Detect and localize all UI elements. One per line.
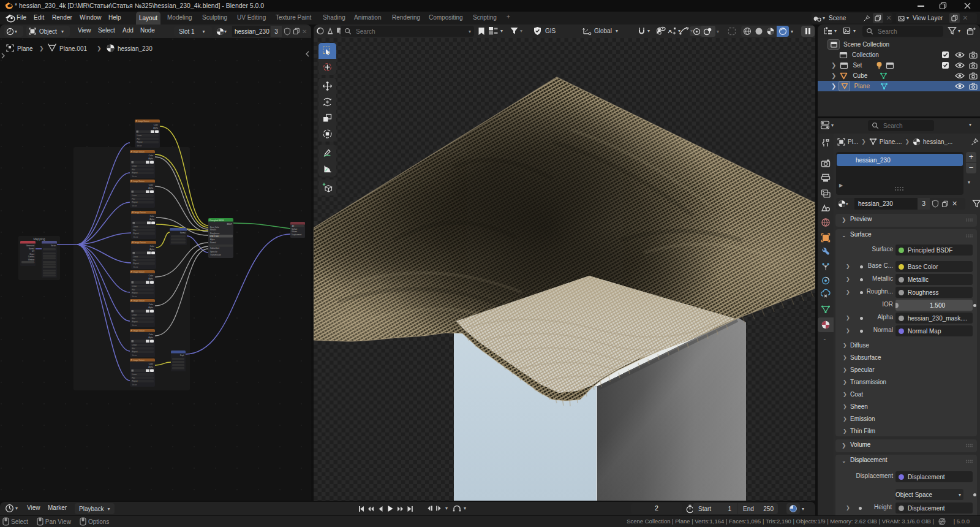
svg-text:hessian_230: hessian_230 xyxy=(118,45,153,52)
svg-text:Displacement: Displacement xyxy=(292,233,302,236)
svg-text:Mapping: Mapping xyxy=(33,237,45,241)
svg-text:Principled BSDF: Principled BSDF xyxy=(209,219,224,222)
svg-text:Alpha: Alpha xyxy=(210,238,215,241)
svg-text:Plane.001: Plane.001 xyxy=(59,45,87,52)
svg-text:Metallic: Metallic xyxy=(210,229,217,231)
svg-text:Vector: Vector xyxy=(51,245,56,247)
svg-text:❯: ❯ xyxy=(39,45,44,52)
svg-text:Plane: Plane xyxy=(17,45,33,52)
svg-text:Volume: Volume xyxy=(292,230,297,233)
svg-text:IOR 1.500: IOR 1.500 xyxy=(210,235,219,238)
svg-text:Specular: Specular xyxy=(210,251,217,253)
svg-text:Normal: Normal xyxy=(210,241,216,244)
svg-text:Displ.: Displ. xyxy=(180,354,184,357)
svg-text:BSDF: BSDF xyxy=(227,223,232,226)
svg-text:Surface: Surface xyxy=(292,228,298,230)
svg-text:❯: ❯ xyxy=(97,45,102,52)
svg-text:Base Color: Base Color xyxy=(210,226,219,229)
svg-text:Normal: Normal xyxy=(29,248,34,250)
svg-text:Subsurface: Subsurface xyxy=(210,247,220,249)
svg-text:Transmission: Transmission xyxy=(210,254,221,256)
svg-text:Window: Window xyxy=(28,259,35,261)
svg-text:Camera: Camera xyxy=(28,256,34,258)
svg-text:UV: UV xyxy=(32,250,34,252)
svg-text:Generated: Generated xyxy=(26,245,35,247)
svg-text:Roughness: Roughness xyxy=(210,232,220,235)
svg-text:Object: Object xyxy=(29,253,34,256)
svg-text:Normal: Normal xyxy=(180,232,186,234)
svg-text:All: All xyxy=(292,225,294,227)
